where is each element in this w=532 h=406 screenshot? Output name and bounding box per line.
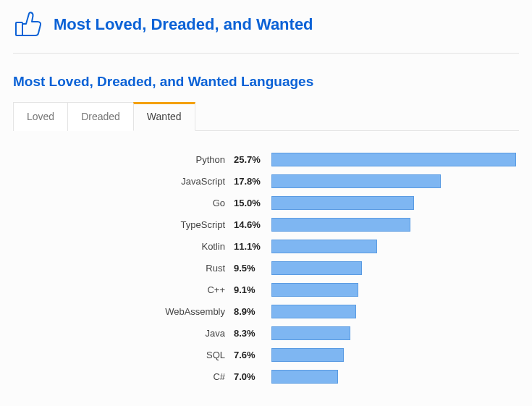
chart-bar-cell	[271, 261, 519, 275]
chart-value-label: 11.1%	[234, 241, 271, 252]
chart-row: JavaScript17.8%	[13, 170, 519, 192]
chart-bar	[271, 348, 344, 362]
chart-row: Java8.3%	[13, 322, 519, 344]
chart-value-label: 9.5%	[234, 263, 271, 274]
chart-category-label: SQL	[13, 350, 234, 360]
svg-rect-0	[16, 22, 22, 35]
chart-value-label: 25.7%	[234, 154, 271, 165]
chart-bar-cell	[271, 283, 519, 297]
chart-row: Python25.7%	[13, 148, 519, 170]
chart-bar-cell	[271, 218, 519, 232]
chart-category-label: Rust	[13, 263, 234, 274]
chart-row: Go15.0%	[13, 192, 519, 213]
chart-value-label: 14.6%	[234, 219, 271, 230]
chart-bar	[271, 326, 350, 340]
chart-bar	[271, 261, 362, 275]
chart-bar	[271, 240, 377, 253]
chart-value-label: 8.3%	[234, 328, 271, 339]
chart-row: WebAssembly8.9%	[13, 300, 519, 322]
chart-bar-cell	[271, 240, 519, 253]
section-title: Most Loved, Dreaded, and Wanted	[54, 15, 313, 34]
chart-bar-cell	[271, 174, 519, 188]
tab-dreaded[interactable]: Dreaded	[67, 102, 134, 131]
section-header: Most Loved, Dreaded, and Wanted	[13, 4, 519, 54]
chart-value-label: 7.6%	[234, 350, 271, 360]
chart-row: Rust9.5%	[13, 257, 519, 279]
chart-row: SQL7.6%	[13, 344, 519, 365]
chart-category-label: Java	[13, 328, 234, 339]
chart-bar-cell	[271, 153, 519, 166]
chart-value-label: 7.0%	[234, 371, 271, 382]
chart-category-label: Python	[13, 154, 234, 165]
chart-category-label: Kotlin	[13, 241, 234, 252]
chart-subheader: Most Loved, Dreaded, and Wanted Language…	[13, 74, 519, 90]
chart-bar	[271, 370, 338, 384]
chart-bar-cell	[271, 348, 519, 362]
chart-category-label: TypeScript	[13, 219, 234, 230]
chart-row: C#7.0%	[13, 365, 519, 387]
chart-bar-cell	[271, 305, 519, 318]
thumbs-up-icon	[13, 9, 43, 40]
chart-value-label: 8.9%	[234, 306, 271, 317]
chart-bar	[271, 153, 516, 166]
chart-category-label: WebAssembly	[13, 306, 234, 317]
chart-value-label: 17.8%	[234, 176, 271, 187]
chart-bar	[271, 305, 356, 318]
chart-bar	[271, 218, 410, 232]
tab-wanted[interactable]: Wanted	[133, 102, 195, 131]
chart-bar	[271, 174, 441, 188]
chart-category-label: Go	[13, 198, 234, 208]
chart-bar-cell	[271, 370, 519, 384]
chart-row: TypeScript14.6%	[13, 213, 519, 235]
chart-bar	[271, 283, 358, 297]
chart-bar	[271, 196, 414, 210]
chart-value-label: 9.1%	[234, 284, 271, 295]
chart-value-label: 15.0%	[234, 198, 271, 208]
tabs: Loved Dreaded Wanted	[13, 101, 519, 131]
chart-bar-cell	[271, 326, 519, 340]
bar-chart: Python25.7%JavaScript17.8%Go15.0%TypeScr…	[13, 148, 519, 387]
chart-bar-cell	[271, 196, 519, 210]
chart-category-label: JavaScript	[13, 176, 234, 187]
tab-loved[interactable]: Loved	[13, 102, 68, 131]
chart-row: Kotlin11.1%	[13, 235, 519, 257]
chart-category-label: C#	[13, 371, 234, 382]
chart-row: C++9.1%	[13, 279, 519, 300]
chart-category-label: C++	[13, 284, 234, 295]
